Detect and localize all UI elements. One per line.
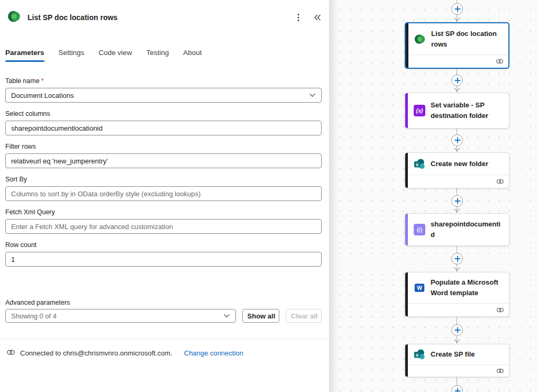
node-accent-bar <box>405 93 408 128</box>
table-name-select[interactable]: Document Locations <box>5 88 322 103</box>
collapse-panel-icon[interactable] <box>310 10 325 25</box>
node-accent-bar <box>405 214 408 245</box>
word-icon: W <box>414 282 425 294</box>
panel-footer-divider <box>0 339 329 339</box>
variable-icon: {x} <box>414 105 425 116</box>
plus-icon[interactable] <box>451 75 463 86</box>
node-accent-bar <box>406 23 408 68</box>
connection-badge-icon <box>496 307 504 313</box>
node-footer <box>408 175 509 188</box>
node-footer <box>408 303 509 316</box>
panel-tabs: Parameters Settings Code view Testing Ab… <box>5 48 202 58</box>
kebab-menu-icon[interactable] <box>291 10 306 25</box>
connection-badge-icon <box>496 58 504 65</box>
action-details-panel: List SP doc location rows Parameters Set… <box>0 0 329 392</box>
parameters-form: Table name* Document Locations Select co… <box>5 77 322 274</box>
plus-icon[interactable] <box>451 324 463 336</box>
sharepoint-icon: s <box>414 349 425 360</box>
svg-text:s: s <box>416 352 418 358</box>
node-accent-bar <box>405 344 408 377</box>
connection-badge-icon <box>496 178 504 185</box>
fetch-xml-query-label: Fetch Xml Query <box>5 208 322 217</box>
node-accent-bar <box>405 153 408 188</box>
plus-icon[interactable] <box>451 385 463 392</box>
arrow-icon <box>454 336 460 342</box>
tab-testing[interactable]: Testing <box>146 48 169 58</box>
node-footer <box>408 364 509 377</box>
power-automate-designer: List SP doc location rows Parameters Set… <box>0 0 538 392</box>
flow-canvas[interactable]: List SP doc location rows {x} Set variab… <box>329 0 538 392</box>
plus-icon[interactable] <box>451 3 463 15</box>
chevron-down-icon <box>223 314 230 318</box>
filter-rows-label: Filter rows <box>5 143 322 151</box>
flow-node-set-variable-sp-destination-folder[interactable]: {x} Set variable - SP destination folder <box>405 93 509 129</box>
plus-icon[interactable] <box>451 134 463 146</box>
arrow-icon <box>454 15 460 21</box>
arrow-icon <box>454 145 460 151</box>
plus-icon[interactable] <box>451 195 463 207</box>
flow-node-create-new-folder[interactable]: s Create new folder <box>405 152 509 188</box>
panel-header: List SP doc location rows <box>7 7 325 28</box>
flow-node-populate-word-template[interactable]: W Populate a Microsoft Word template <box>405 272 509 317</box>
table-name-label: Table name* <box>5 77 322 86</box>
connection-status: Connected to chris@chrismvnro.onmicrosof… <box>6 349 325 358</box>
filter-rows-input[interactable]: relativeurl eq 'new_jumperentry' <box>5 153 322 168</box>
node-accent-bar <box>405 272 408 316</box>
svg-text:s: s <box>416 162 418 167</box>
clear-all-button[interactable]: Clear all <box>286 309 322 323</box>
show-all-button[interactable]: Show all <box>242 309 279 323</box>
fetch-xml-query-input[interactable]: Enter a Fetch XML query for advanced cus… <box>5 219 322 234</box>
tab-about[interactable]: About <box>183 48 202 58</box>
svg-text:W: W <box>417 285 422 291</box>
flow-node-list-sp-doc-location-rows[interactable]: List SP doc location rows <box>405 22 509 69</box>
compose-icon: {/} <box>414 224 425 235</box>
page-title: List SP doc location rows <box>28 13 291 22</box>
sharepoint-icon: s <box>414 158 425 170</box>
connection-badge-icon <box>496 368 504 374</box>
change-connection-link[interactable]: Change connection <box>184 349 243 357</box>
advanced-parameters-label: Advanced parameters <box>5 299 322 307</box>
select-columns-label: Select columns <box>5 110 322 118</box>
required-asterisk: * <box>41 77 44 85</box>
flow-node-create-sp-file[interactable]: s Create SP file <box>405 344 509 377</box>
advanced-parameters-summary-select[interactable]: Showing 0 of 4 <box>5 309 236 323</box>
select-columns-input[interactable]: sharepointdocumentlocationid <box>5 121 322 135</box>
dataverse-icon <box>414 33 426 45</box>
sort-by-input[interactable]: Columns to sort by in OData orderBy styl… <box>5 186 322 201</box>
tab-code-view[interactable]: Code view <box>98 48 132 58</box>
arrow-icon <box>454 206 460 212</box>
connected-account-text: Connected to chris@chrismvnro.onmicrosof… <box>20 349 172 357</box>
flow-node-sharepointdocumentid[interactable]: {/} sharepointdocumentid <box>405 213 509 246</box>
node-footer <box>408 54 508 68</box>
tab-settings[interactable]: Settings <box>59 48 85 58</box>
dataverse-icon <box>7 10 21 25</box>
advanced-parameters-section: Advanced parameters Showing 0 of 4 Show … <box>5 299 322 323</box>
arrow-icon <box>454 85 460 91</box>
row-count-input[interactable]: 1 <box>5 252 322 267</box>
connection-icon <box>6 349 15 358</box>
chevron-down-icon <box>309 93 316 97</box>
row-count-label: Row count <box>5 241 322 250</box>
sort-by-label: Sort By <box>5 176 322 184</box>
tab-parameters[interactable]: Parameters <box>5 48 44 58</box>
arrow-icon <box>454 265 460 270</box>
plus-icon[interactable] <box>451 253 463 265</box>
